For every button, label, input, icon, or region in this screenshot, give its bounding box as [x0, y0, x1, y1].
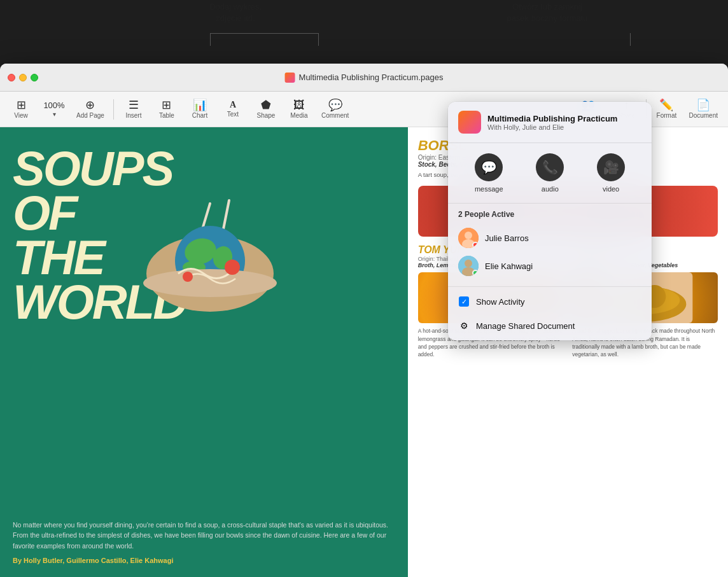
- elie-name: Elie Kahwagi: [485, 261, 533, 271]
- video-icon: 🎥: [597, 153, 625, 181]
- traffic-lights: [8, 74, 38, 81]
- collab-popup-header: Multimedia Publishing Practicum With Hol…: [448, 102, 652, 143]
- add-page-button[interactable]: ⊕ Add Page: [71, 97, 109, 122]
- maximize-button[interactable]: [31, 74, 38, 81]
- elie-avatar: [458, 256, 479, 276]
- activity-checkbox: ✓: [459, 296, 469, 307]
- zoom-button[interactable]: 100% ▾: [38, 99, 70, 120]
- comment-icon: 💬: [328, 99, 342, 111]
- table-icon: ⊞: [162, 99, 171, 111]
- callout-format-sidebar: Otwórz lub zamknij pasek boczny formatu: [484, 1, 611, 24]
- collab-active-section: 2 People Active Julie Barros: [448, 204, 652, 287]
- manage-shared-item[interactable]: ⚙ Manage Shared Document: [448, 314, 652, 338]
- manage-shared-icon: ⚙: [458, 320, 470, 331]
- video-label: video: [603, 185, 619, 193]
- insert-icon: ☰: [129, 99, 139, 111]
- body-text: No matter where you find yourself dining…: [13, 520, 395, 552]
- audio-icon: 📞: [536, 153, 564, 181]
- svg-point-7: [143, 269, 277, 297]
- julie-status-dot: [472, 242, 479, 248]
- manage-shared-label: Manage Shared Document: [476, 321, 575, 331]
- text-button[interactable]: A Text: [217, 98, 249, 120]
- show-activity-icon: ✓: [458, 296, 470, 307]
- zoom-chevron: ▾: [53, 111, 56, 118]
- document-button[interactable]: 📄 Document: [683, 97, 723, 122]
- callout-add-chart: Dodaj wykres, zdjęcie itd.: [191, 1, 280, 24]
- view-icon: ⊞: [17, 99, 26, 111]
- julie-avatar: [458, 228, 479, 248]
- audio-button[interactable]: 📞 audio: [536, 153, 564, 193]
- close-button[interactable]: [8, 74, 15, 81]
- collab-actions-row: 💬 message 📞 audio 🎥 video: [448, 143, 652, 204]
- insert-button[interactable]: ☰ Insert: [118, 97, 150, 122]
- shape-button[interactable]: ⬟ Shape: [250, 97, 282, 122]
- show-activity-item[interactable]: ✓ Show Activity: [448, 289, 652, 314]
- person-julie: Julie Barros: [458, 224, 641, 252]
- audio-label: audio: [542, 185, 559, 193]
- svg-point-27: [465, 232, 472, 239]
- message-label: message: [475, 185, 503, 193]
- author-text: By Holly Butler, Guillermo Castillo, Eli…: [13, 557, 395, 564]
- table-button[interactable]: ⊞ Table: [151, 97, 183, 122]
- collab-doc-subtitle: With Holly, Julie and Elie: [487, 123, 617, 131]
- app-window: Multimedia Publishing Practicum.pages ⊞ …: [0, 64, 728, 577]
- collab-doc-icon: [458, 111, 481, 134]
- collab-menu-items: ✓ Show Activity ⚙ Manage Shared Document: [448, 287, 652, 340]
- view-button[interactable]: ⊞ View: [5, 97, 37, 122]
- titlebar: Multimedia Publishing Practicum.pages: [0, 64, 728, 92]
- show-activity-label: Show Activity: [476, 297, 525, 307]
- svg-point-9: [183, 272, 193, 282]
- svg-point-8: [225, 260, 240, 275]
- toolbar-separator-1: [113, 99, 114, 120]
- message-icon: 💬: [475, 153, 503, 181]
- shape-icon: ⬟: [261, 99, 271, 111]
- message-button[interactable]: 💬 message: [475, 153, 503, 193]
- svg-point-30: [465, 260, 472, 267]
- video-button[interactable]: 🎥 video: [597, 153, 625, 193]
- chart-icon: 📊: [193, 99, 207, 111]
- collab-doc-info: Multimedia Publishing Practicum With Hol…: [487, 114, 617, 131]
- media-button[interactable]: 🖼 Media: [283, 97, 315, 122]
- format-icon: ✏️: [659, 99, 673, 111]
- collaborate-popup: Multimedia Publishing Practicum With Hol…: [448, 102, 652, 340]
- person-elie: Elie Kahwagi: [458, 252, 641, 280]
- title-soups: SOUPS: [13, 146, 186, 191]
- julie-name: Julie Barros: [485, 233, 529, 243]
- soup-bowl-illustration: [127, 191, 293, 324]
- minimize-button[interactable]: [19, 74, 27, 81]
- elie-status-dot: [472, 270, 479, 276]
- body-text-area: No matter where you find yourself dining…: [13, 520, 395, 564]
- comment-button[interactable]: 💬 Comment: [316, 97, 354, 122]
- media-icon: 🖼: [293, 99, 305, 111]
- zoom-icon: 100%: [43, 101, 64, 109]
- text-icon: A: [230, 101, 236, 109]
- collab-doc-title: Multimedia Publishing Practicum: [487, 114, 617, 123]
- active-count: 2 People Active: [458, 210, 641, 219]
- document-icon: 📄: [696, 99, 710, 111]
- add-page-icon: ⊕: [85, 99, 95, 111]
- doc-icon: [285, 73, 295, 83]
- chart-button[interactable]: 📊 Chart: [184, 97, 216, 122]
- window-title: Multimedia Publishing Practicum.pages: [285, 73, 444, 83]
- format-button[interactable]: ✏️ Format: [650, 97, 682, 122]
